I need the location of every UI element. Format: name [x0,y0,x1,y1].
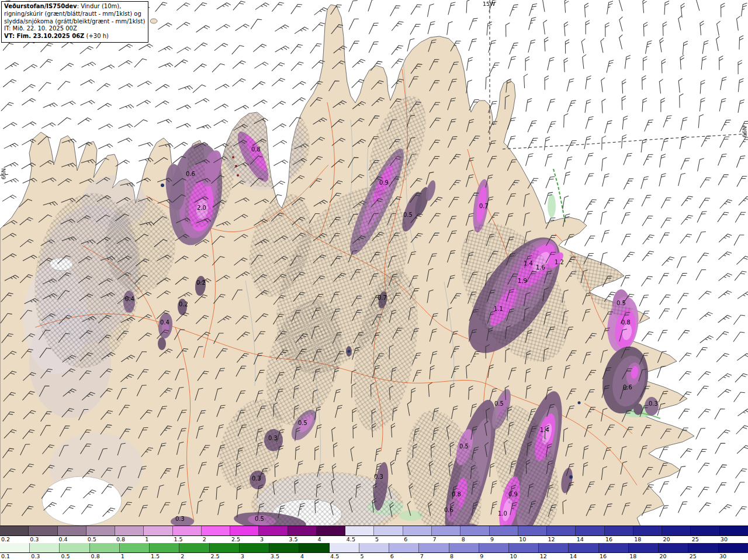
parallel-label-left: 66N [1,167,7,182]
rain-colorbar-cell [30,543,60,552]
rain-colorbar-cell [120,543,150,552]
precip-value-label: 1.9 [518,278,527,284]
snow-colorbar [0,526,748,536]
snow-colorbar-cell [173,526,202,535]
precip-value-label: 1.1 [494,306,503,312]
title-line-2: rigning/skúrir (grænt/blátt/rautt - mm/1… [4,11,145,18]
precip-value-label: 0.6 [186,171,195,177]
precip-blob [158,337,166,350]
rain-colorbar-cell [599,543,629,552]
precip-value-label: 0.3 [175,516,185,522]
precip-value-label: 0.5 [403,212,413,218]
precip-value-label: 1.4 [540,427,549,433]
rain-colorbar-tick-label: 16 [598,553,628,560]
rain-colorbar-cell [419,543,449,552]
snow-colorbar-cell [0,526,29,535]
weather-map: 0.80.62.00.90.50.71.41.61.21.91.10.20.40… [0,0,748,560]
precip-value-label: 0.9 [508,491,518,497]
precip-value-label: 2.0 [197,205,206,211]
snow-colorbar-tick-label: 20 [662,536,690,543]
rain-colorbar-cell [479,543,509,552]
precip-value-label: 0.2 [196,279,206,286]
title-line-3: slydda/snjókoma (grátt/bleikt/grænt - mm… [4,18,145,26]
rain-colorbar-tick-label: 18 [628,553,658,560]
rain-colorbar-tick-label: 1 [120,553,150,560]
snow-colorbar-tick-label: 30 [719,536,748,543]
rain-colorbar-cell [719,543,748,552]
precip-value-label: 0.5 [617,300,626,306]
rain-colorbar-cell [359,543,389,552]
snow-colorbar-tick-label: 4.5 [345,536,374,543]
rain-colorbar-cell [269,543,299,552]
snow-colorbar-cell [403,526,432,535]
init-time: IT: Mið. 22. 10. 2025 00Z [4,25,145,33]
rain-colorbar-cell [60,543,89,552]
rain-colorbar-tick-label: 10 [508,553,538,560]
snow-colorbar-tick-label: 2.5 [230,536,259,543]
precip-value-label: 0.7 [479,203,489,209]
rain-colorbar-cell [449,543,479,552]
snow-colorbar-cell [605,526,633,535]
rain-colorbar-cell [509,543,539,552]
snow-colorbar-cell [518,526,547,535]
lead-time: (+30 h) [84,33,109,39]
snow-colorbar-cell [29,526,57,535]
snow-colorbar-cell [58,526,86,535]
rain-colorbar-cell [299,543,329,552]
rain-colorbar-tick-label: 7 [419,553,449,560]
precip-value-label: 0.3 [268,435,278,441]
snow-colorbar-cell [691,526,719,535]
rain-colorbar-cell [659,543,688,552]
snow-colorbar-tick-label: 0.2 [0,536,29,543]
snow-colorbar-cell [720,526,748,535]
title-variable: : Vindur (10m), [77,3,122,9]
snow-colorbar-cell [259,526,288,535]
snow-colorbar-tick-label: 12 [546,536,575,543]
rain-colorbar-cell [0,543,30,552]
snow-colorbar-cell [144,526,172,535]
glacier [42,476,122,526]
snow-colorbar-tick-label: 4 [317,536,345,543]
precip-value-label: 0.8 [452,491,461,497]
snow-colorbar-tick-label: 10 [518,536,546,543]
snow-colorbar-tick-label: 18 [633,536,662,543]
precip-value-label: 0.5 [494,400,504,407]
snow-colorbar-tick-label: 1.5 [172,536,201,543]
precip-value-label: 0.5 [298,420,307,426]
rain-colorbar-cell [629,543,659,552]
precip-value-label: 0.5 [255,516,264,522]
precip-value-label: 0.3 [374,473,383,480]
model-name: Veðurstofan/IS750dev [4,3,77,9]
rain-colorbar-tick-label: 30 [718,553,748,560]
snow-colorbar-tick-label: 0.8 [115,536,144,543]
snow-colorbar-cell [460,526,489,535]
marker-dot [237,174,239,177]
snow-colorbar-cell [633,526,662,535]
snow-colorbar-tick-label: 2 [202,536,230,543]
snow-colorbar-tick-label: 1 [144,536,172,543]
rain-colorbar-cell [179,543,209,552]
rain-colorbar-tick-label: 3 [240,553,269,560]
marker-dot [569,475,573,479]
rain-colorbar-tick-label: 4 [299,553,329,560]
rain-patch [548,194,556,217]
snow-colorbar-cell [230,526,259,535]
snow-colorbar-labels: 0.20.30.40.50.811.522.533.544.5567891012… [0,536,748,543]
precip-value-label: 0.4 [160,319,169,326]
rain-colorbar-tick-label: 0.3 [30,553,60,560]
precip-value-label: 0.9 [379,179,389,186]
valid-time: VT: Fim. 23.10.2025 06Z [4,33,84,39]
rain-colorbar-tick-label: 20 [658,553,688,560]
precip-value-label: 1.4 [524,260,533,267]
rain-colorbar-cell [389,543,419,552]
precip-value-label: 0.4 [125,296,134,302]
title-line-1: Veðurstofan/IS750dev: Vindur (10m), [4,3,145,11]
precip-value-label: 0.3 [649,400,658,407]
snow-colorbar-tick-label: 14 [576,536,604,543]
rain-colorbar-tick-label: 12 [539,553,569,560]
snow-colorbar-tick-label: 8 [460,536,489,543]
rain-colorbar-labels: 0.10.30.50.811.522.533.544.5567891012141… [0,553,748,560]
snow-colorbar-cell [115,526,144,535]
colorbar-panel: 0.20.30.40.50.811.522.533.544.5567891012… [0,526,748,560]
precip-value-label: 0.7 [378,295,387,301]
